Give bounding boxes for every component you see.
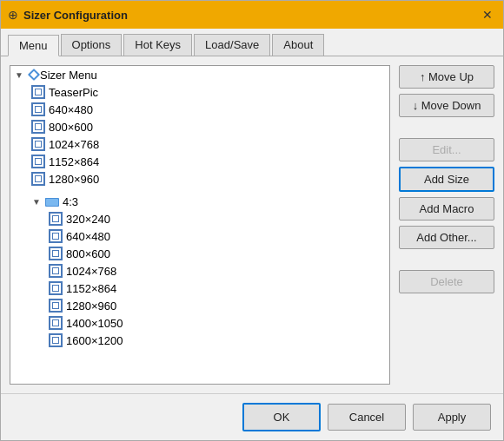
tab-about[interactable]: About (272, 34, 324, 56)
app-icon: ⊕ (8, 8, 18, 22)
folder-label: 4:3 (63, 195, 78, 208)
list-item[interactable]: 800×600 (10, 118, 389, 135)
size-icon (31, 137, 45, 151)
list-item[interactable]: 1024×768 (10, 135, 389, 153)
tab-loadsave[interactable]: Load/Save (194, 34, 270, 56)
btn-spacer-2 (399, 254, 494, 265)
tree-item-label: 640×480 (49, 103, 93, 116)
add-macro-button[interactable]: Add Macro (399, 197, 494, 220)
size-icon (49, 264, 63, 278)
list-item[interactable]: 1152×864 (10, 153, 389, 170)
size-icon (49, 316, 63, 330)
size-icon (49, 229, 63, 243)
size-icon (31, 172, 45, 186)
expand-icon: ▼ (14, 70, 24, 80)
tree-folder-43[interactable]: ▼ 4:3 (10, 193, 389, 210)
list-item[interactable]: 640×480 (10, 101, 389, 118)
tree-item-label: 1280×960 (66, 299, 116, 313)
btn-spacer (399, 122, 494, 133)
tree-item-label: TeaserPic (49, 86, 98, 99)
size-icon (49, 281, 63, 295)
main-window: ⊕ Sizer Configuration ✕ Menu Options Hot… (0, 0, 504, 441)
content-area: ▼ Sizer Menu TeaserPic 640×480 800×600 (1, 56, 503, 393)
list-item[interactable]: 1400×1050 (10, 314, 389, 332)
tree-item-label: 1600×1200 (66, 334, 123, 347)
tree-item-label: 1152×864 (49, 155, 99, 168)
list-item[interactable]: TeaserPic (10, 83, 389, 101)
move-up-button[interactable]: ↑ Move Up (399, 65, 494, 89)
tab-hotkeys[interactable]: Hot Keys (123, 34, 192, 56)
tree-panel[interactable]: ▼ Sizer Menu TeaserPic 640×480 800×600 (10, 65, 390, 385)
title-bar: ⊕ Sizer Configuration ✕ (1, 1, 503, 29)
folder-icon (45, 195, 59, 207)
size-icon (31, 120, 45, 134)
ok-button[interactable]: OK (242, 403, 321, 431)
expand-icon: ▼ (31, 197, 42, 207)
list-item[interactable]: 1600×1200 (10, 332, 389, 349)
list-item[interactable]: 640×480 (10, 227, 389, 245)
size-icon (49, 212, 63, 226)
size-icon (49, 299, 63, 313)
list-item[interactable]: 1280×960 (10, 170, 389, 188)
tree-item-label: 1024×768 (49, 138, 99, 151)
size-icon (49, 247, 63, 260)
tab-options[interactable]: Options (61, 34, 123, 56)
size-icon (49, 333, 63, 347)
footer: OK Cancel Apply (1, 393, 503, 440)
add-other-button[interactable]: Add Other... (399, 226, 494, 249)
add-size-button[interactable]: Add Size (399, 167, 494, 192)
tab-menu[interactable]: Menu (8, 35, 59, 56)
tree-item-label: 800×600 (49, 121, 93, 134)
svg-rect-4 (46, 199, 58, 206)
list-item[interactable]: 320×240 (10, 210, 389, 227)
size-icon (31, 102, 45, 116)
list-item[interactable]: 800×600 (10, 245, 389, 262)
sizer-menu-icon (28, 69, 40, 81)
button-panel: ↑ Move Up ↓ Move Down Edit... Add Size A… (399, 65, 494, 385)
list-item[interactable]: 1024×768 (10, 262, 389, 280)
tree-item-label: 1024×768 (66, 265, 116, 278)
list-item[interactable]: 1152×864 (10, 280, 389, 297)
edit-button[interactable]: Edit... (399, 138, 494, 161)
tree-item-label: 1152×864 (66, 282, 116, 295)
apply-button[interactable]: Apply (413, 404, 491, 431)
tree-item-label: 320×240 (66, 213, 110, 226)
tree-root-label: Sizer Menu (40, 69, 97, 82)
tree-item-label: 640×480 (66, 230, 110, 243)
tree-root[interactable]: ▼ Sizer Menu (10, 66, 389, 83)
size-icon (31, 155, 45, 168)
close-button[interactable]: ✕ (479, 6, 496, 23)
delete-button[interactable]: Delete (399, 270, 494, 293)
tabs-row: Menu Options Hot Keys Load/Save About (1, 29, 503, 56)
size-icon (31, 85, 45, 99)
cancel-button[interactable]: Cancel (328, 404, 406, 431)
tree-item-label: 1400×1050 (66, 317, 123, 330)
title-bar-left: ⊕ Sizer Configuration (8, 8, 128, 22)
move-down-button[interactable]: ↓ Move Down (399, 94, 494, 117)
list-item[interactable]: 1280×960 (10, 297, 389, 314)
tree-item-label: 800×600 (66, 247, 110, 260)
tree-item-label: 1280×960 (49, 173, 99, 186)
window-title: Sizer Configuration (23, 9, 128, 22)
